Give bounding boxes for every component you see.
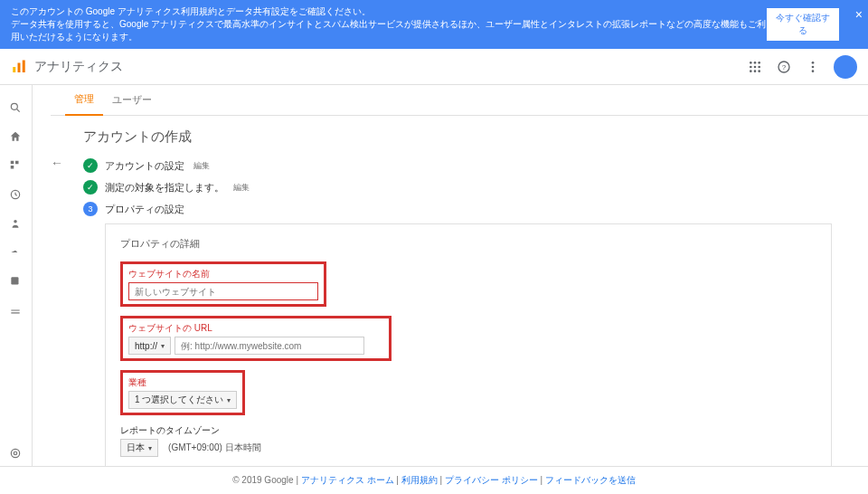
property-details-panel: プロパティの詳細 ウェブサイトの名前 ウェブサイトの URL http:// 業… xyxy=(105,223,832,480)
tab-user[interactable]: ユーザー xyxy=(103,85,161,116)
svg-point-3 xyxy=(750,62,752,64)
svg-point-8 xyxy=(758,65,760,68)
website-url-input[interactable] xyxy=(175,337,364,355)
close-icon[interactable]: × xyxy=(855,7,863,22)
tab-admin[interactable]: 管理 xyxy=(65,85,103,116)
svg-point-10 xyxy=(754,70,757,72)
confirm-now-button[interactable]: 今すぐ確認する xyxy=(767,8,839,41)
banner-line1: このアカウントの Google アナリティクス利用規約とデータ共有設定をご確認く… xyxy=(11,5,767,18)
industry-group: 業種 1 つ選択してください xyxy=(120,370,245,415)
svg-point-11 xyxy=(758,70,760,72)
step-account-setup: ✓ アカウントの設定 編集 xyxy=(83,158,832,173)
user-avatar[interactable] xyxy=(834,55,857,79)
svg-text:?: ? xyxy=(782,62,787,71)
customization-icon[interactable] xyxy=(9,159,24,174)
svg-point-5 xyxy=(758,62,760,64)
check-icon: ✓ xyxy=(83,158,98,173)
banner-line2: データ共有を使用すると、Google アナリティクスで最高水準のインサイトとスパ… xyxy=(11,18,767,43)
left-navigation-rail xyxy=(0,85,33,494)
help-icon[interactable]: ? xyxy=(776,59,792,75)
svg-point-15 xyxy=(812,65,815,68)
timezone-group: レポートのタイムゾーン 日本 (GMT+09:00) 日本時間 xyxy=(120,424,816,457)
svg-point-7 xyxy=(754,65,757,68)
footer-terms-link[interactable]: 利用規約 xyxy=(401,475,438,485)
footer-home-link[interactable]: アナリティクス ホーム xyxy=(301,475,394,485)
edit-link[interactable]: 編集 xyxy=(193,160,210,172)
step-number-icon: 3 xyxy=(83,202,98,216)
footer-feedback-link[interactable]: フィードバックを送信 xyxy=(545,475,636,485)
behavior-icon[interactable] xyxy=(9,275,24,290)
footer: © 2019 Google | アナリティクス ホーム | 利用規約 | プライ… xyxy=(0,466,868,494)
svg-point-25 xyxy=(14,451,17,455)
timezone-label: レポートのタイムゾーン xyxy=(120,424,816,437)
acquisition-icon[interactable] xyxy=(9,246,24,261)
svg-rect-19 xyxy=(10,161,14,165)
svg-point-23 xyxy=(14,220,17,223)
tabs: 管理 ユーザー xyxy=(51,85,868,116)
svg-point-14 xyxy=(812,62,815,64)
footer-privacy-link[interactable]: プライバシー ポリシー xyxy=(445,475,538,485)
realtime-icon[interactable] xyxy=(9,188,24,203)
analytics-logo-icon xyxy=(11,59,27,75)
back-arrow-icon[interactable]: ← xyxy=(51,156,63,170)
edit-link[interactable]: 編集 xyxy=(233,182,250,194)
svg-point-9 xyxy=(750,70,752,72)
svg-point-17 xyxy=(11,103,17,109)
svg-rect-2 xyxy=(23,60,25,72)
svg-rect-1 xyxy=(18,62,21,72)
svg-rect-0 xyxy=(13,67,15,72)
more-icon[interactable] xyxy=(805,59,821,75)
website-url-label: ウェブサイトの URL xyxy=(128,322,383,335)
search-icon[interactable] xyxy=(9,101,24,116)
country-select[interactable]: 日本 xyxy=(120,439,158,457)
panel-title: プロパティの詳細 xyxy=(120,237,816,251)
conversions-icon[interactable] xyxy=(9,304,24,318)
industry-label: 業種 xyxy=(128,376,237,389)
website-url-group: ウェブサイトの URL http:// xyxy=(120,316,392,361)
page-title: アカウントの作成 xyxy=(83,128,832,146)
home-icon[interactable] xyxy=(9,130,24,145)
svg-point-26 xyxy=(11,449,19,457)
step-measurement-target: ✓ 測定の対象を指定します。 編集 xyxy=(83,180,832,195)
svg-rect-24 xyxy=(11,277,18,284)
discover-icon[interactable] xyxy=(9,447,24,461)
topbar: アナリティクス ? xyxy=(0,49,868,85)
apps-icon[interactable] xyxy=(747,59,763,75)
audience-icon[interactable] xyxy=(9,217,24,232)
website-name-label: ウェブサイトの名前 xyxy=(128,268,318,280)
svg-rect-21 xyxy=(10,166,14,169)
protocol-select[interactable]: http:// xyxy=(128,337,171,355)
svg-line-18 xyxy=(16,109,19,112)
svg-point-16 xyxy=(812,70,815,72)
timezone-text: (GMT+09:00) 日本時間 xyxy=(168,442,261,452)
svg-rect-20 xyxy=(15,161,19,165)
industry-select[interactable]: 1 つ選択してください xyxy=(128,391,237,409)
notification-banner: このアカウントの Google アナリティクス利用規約とデータ共有設定をご確認く… xyxy=(0,0,868,49)
check-icon: ✓ xyxy=(83,180,98,195)
website-name-input[interactable] xyxy=(128,282,318,300)
app-name: アナリティクス xyxy=(34,59,123,75)
step-property-setup: 3 プロパティの設定 xyxy=(83,202,832,216)
svg-point-6 xyxy=(750,65,752,68)
svg-point-4 xyxy=(754,62,757,64)
website-name-group: ウェブサイトの名前 xyxy=(120,261,326,307)
